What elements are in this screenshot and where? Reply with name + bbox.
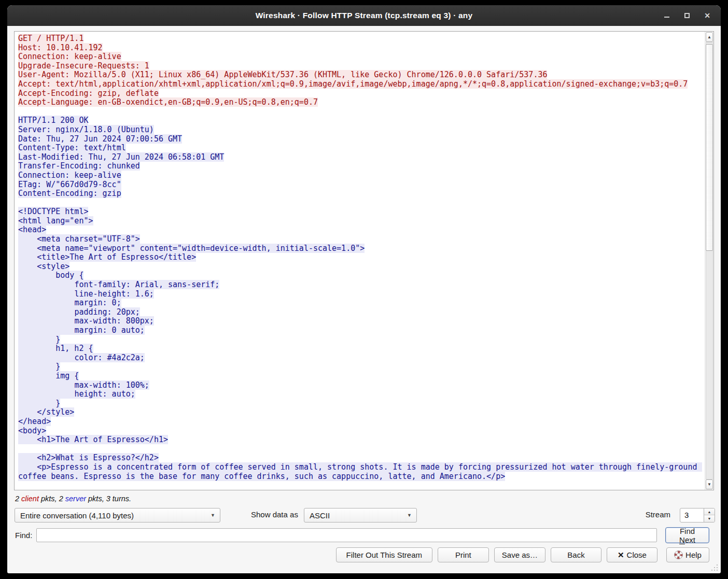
- save-as-label: Save as…: [502, 550, 538, 559]
- spinner-up-button[interactable]: ▲: [704, 509, 715, 515]
- stats-prefix: 2: [15, 495, 21, 503]
- footer-buttons: Filter Out This Stream Print Save as… Ba…: [7, 547, 657, 563]
- follow-stream-dialog: Wireshark · Follow HTTP Stream (tcp.stre…: [7, 5, 721, 573]
- controls-row: Entire conversation (4,110 bytes) ▼ Show…: [7, 508, 721, 522]
- triangle-up-icon: ▲: [708, 510, 711, 514]
- print-label: Print: [455, 550, 471, 559]
- find-input[interactable]: [36, 528, 657, 542]
- vertical-scrollbar[interactable]: ▲ ▼: [705, 32, 713, 490]
- back-button[interactable]: Back: [551, 547, 601, 562]
- find-label: Find:: [15, 531, 32, 540]
- resize-grip-icon[interactable]: [711, 564, 718, 571]
- maximize-button[interactable]: [683, 11, 691, 20]
- conversation-select[interactable]: Entire conversation (4,110 bytes) ▼: [15, 508, 220, 522]
- client-data: GET / HTTP/1.1 Host: 10.10.41.192 Connec…: [18, 34, 688, 107]
- stream-stats: 2 client pkts, 2 server pkts, 3 turns.: [15, 495, 131, 503]
- stats-server-word: server: [65, 495, 86, 503]
- stats-tail: pkts, 3 turns.: [86, 495, 131, 503]
- filter-out-label: Filter Out This Stream: [346, 550, 422, 559]
- close-icon: ✕: [704, 12, 710, 19]
- close-label: Close: [627, 550, 647, 559]
- minimize-icon: [664, 17, 669, 18]
- window-controls: ✕: [663, 5, 711, 26]
- chevron-down-icon: ▼: [211, 513, 215, 518]
- show-data-as-select[interactable]: ASCII ▼: [304, 508, 417, 522]
- window-title: Wireshark · Follow HTTP Stream (tcp.stre…: [256, 11, 473, 20]
- help-label: Help: [685, 550, 702, 559]
- stats-client-word: client: [21, 495, 39, 503]
- save-as-button[interactable]: Save as…: [494, 547, 545, 562]
- scroll-up-button[interactable]: ▲: [706, 32, 713, 42]
- show-data-as-label: Show data as: [251, 510, 298, 519]
- spinner-down-button[interactable]: ▼: [704, 515, 715, 522]
- find-next-label: Find Next: [673, 527, 702, 544]
- print-button[interactable]: Print: [438, 547, 489, 562]
- server-data: HTTP/1.1 200 OK Server: nginx/1.18.0 (Ub…: [18, 116, 702, 481]
- close-button[interactable]: ✕Close: [607, 547, 657, 562]
- chevron-down-icon: ▼: [707, 482, 711, 487]
- triangle-down-icon: ▼: [708, 517, 711, 520]
- conversation-select-value: Entire conversation (4,110 bytes): [20, 511, 134, 520]
- close-window-button[interactable]: ✕: [703, 11, 711, 20]
- stream-spinner: ▲ ▼: [704, 509, 715, 522]
- scrollbar-thumb[interactable]: [706, 44, 713, 251]
- stream-text-view[interactable]: GET / HTTP/1.1 Host: 10.10.41.192 Connec…: [15, 32, 705, 490]
- scroll-down-button[interactable]: ▼: [706, 479, 713, 489]
- stats-mid: pkts, 2: [39, 495, 65, 503]
- show-data-as-value: ASCII: [310, 511, 330, 520]
- stream-label: Stream: [646, 510, 670, 519]
- maximize-icon: [684, 13, 690, 18]
- close-x-icon: ✕: [618, 551, 624, 559]
- back-label: Back: [567, 550, 584, 559]
- help-button[interactable]: Help: [666, 547, 709, 562]
- find-next-button[interactable]: Find Next: [665, 527, 709, 543]
- title-bar[interactable]: Wireshark · Follow HTTP Stream (tcp.stre…: [7, 5, 721, 26]
- find-row: Find: Find Next: [7, 527, 721, 544]
- chevron-up-icon: ▲: [707, 35, 711, 39]
- stream-number-value: 3: [684, 511, 689, 519]
- stream-number-input[interactable]: 3 ▲ ▼: [680, 508, 715, 522]
- chevron-down-icon: ▼: [407, 513, 412, 518]
- lifebuoy-help-icon: [674, 550, 683, 559]
- minimize-button[interactable]: [663, 11, 671, 20]
- filter-out-stream-button[interactable]: Filter Out This Stream: [336, 547, 432, 562]
- stream-text-area[interactable]: GET / HTTP/1.1 Host: 10.10.41.192 Connec…: [14, 31, 714, 490]
